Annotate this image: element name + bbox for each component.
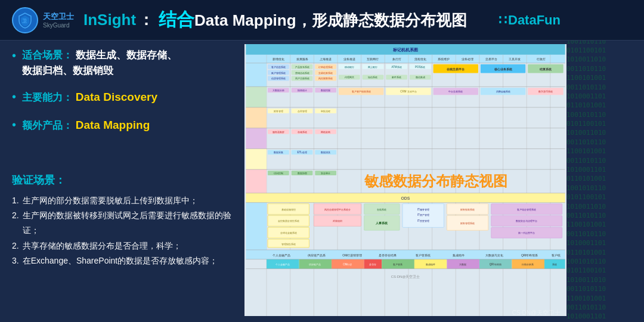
svg-text:卫: 卫 [22,18,27,24]
bullet-label-3: 额外产品： [22,120,73,131]
svg-text:财务管理系统: 财务管理系统 [460,222,475,225]
svg-text:账户管理系统: 账户管理系统 [271,72,286,75]
svg-text:存储系统: 存储系统 [298,131,307,134]
svg-text:新一代运营平台: 新一代运营平台 [518,231,535,234]
svg-text:交易结算系统: 交易结算系统 [318,72,333,75]
svg-rect-40 [246,169,267,193]
svg-text:POS系统: POS系统 [415,66,425,69]
svg-text:客户信息系统: 客户信息系统 [271,66,286,69]
svg-text:集成组件: 集成组件 [426,263,435,266]
bg-numbers: 1100101001001101011010100011010110101001… [566,0,638,322]
svg-text:大数据与文化: 大数据与文化 [485,253,503,257]
svg-text:数据加密: 数据加密 [298,172,307,175]
svg-text:互联网行: 互联网行 [367,57,379,61]
svg-text:是否存: 是否存 [369,263,376,266]
verification-list: 1. 生产网的部分数据需要脱敏后上传到数据库中； 2. 生产网的数据被转移到测试… [12,193,239,268]
logo-text: 天空卫士 SkyGuard [43,11,74,29]
header-subtitle: 结合Data Mapping，形成静态数据分布视图 [159,8,466,32]
svg-rect-30 [246,63,267,87]
svg-text:发展服务: 发展服务 [296,57,308,61]
bullet-text-3: 额外产品： Data Mapping [22,117,150,134]
svg-text:基础设施管控: 基础设施管控 [281,208,296,211]
verification-item-4: 3. 在Exchange、SharePoint的数据是否存放敏感内容； [12,253,239,268]
svg-text:交易平台: 交易平台 [485,57,497,61]
svg-text:CRM 互动平台: CRM 互动平台 [400,90,416,93]
verification-title: 验证场景： [12,173,239,187]
svg-text:金控集团全管控系统: 金控集团全管控系统 [278,219,299,222]
bullet-scene: • 适合场景： 数据生成、数据存储、数据归档、数据销毁 [12,48,239,78]
svg-text:安全审计: 安全审计 [321,172,330,175]
svg-text:风控合规管理平台系统分: 风控合规管理平台系统分 [324,208,351,211]
svg-text:系统: 系统 [552,263,557,266]
bullet-text-2: 主要能力： Data Discovery [22,89,157,106]
svg-text:IT变更管理: IT变更管理 [417,219,429,222]
svg-text:是否存在结果: 是否存在结果 [379,253,397,257]
logo-sub: SkyGuard [43,22,74,29]
bullet-value-2: Data Discovery [76,91,157,103]
svg-text:结算系统: 结算系统 [540,67,552,71]
svg-text:客户统: 客户统 [552,253,561,257]
svg-text:客户管系: 客户管系 [393,263,402,266]
svg-text:执行打: 执行打 [392,57,401,61]
subtitle-keyword: 结合 [159,10,194,29]
svg-text:数据采集: 数据采集 [274,151,283,154]
svg-text:敏感数据分布静态视图: 敏感数据分布静态视图 [364,173,507,189]
bullet-label-2: 主要能力： [22,92,73,103]
svg-text:订单处理系统: 订单处理系统 [318,66,333,69]
svg-text:风控预警系统: 风控预警系统 [318,77,333,80]
svg-text:信贷管理系统: 信贷管理系统 [271,77,286,80]
svg-rect-44 [246,203,267,250]
svg-text:行情分析系: 行情分析系 [522,263,534,266]
svg-text:ETL处理: ETL处理 [297,151,306,154]
svg-text:管理报告系统: 管理报告系统 [281,243,296,246]
svg-text:人事系统: 人事系统 [375,221,388,225]
logo-name: 天空卫士 [43,11,74,22]
svg-text:网上银行: 网上银行 [368,66,377,69]
bullet-dot-2: • [12,90,16,104]
bullet-text-1: 适合场景： 数据生成、数据存储、数据归档、数据销毁 [22,48,177,78]
svg-text:大数据: 大数据 [459,263,466,266]
svg-text:QRl年终情系: QRl年终情系 [521,253,538,257]
svg-rect-32 [246,86,267,107]
svg-text:行政打: 行政打 [537,57,546,61]
svg-text:访问控制: 访问控制 [274,172,283,175]
svg-text:ATM系统: ATM系统 [392,66,402,69]
svg-text:OM行进情管理: OM行进情管理 [342,253,362,257]
svg-text:用户注册系统: 用户注册系统 [295,77,309,80]
svg-text:系统维护: 系统维护 [438,57,450,61]
svg-text:数据安全与治理平台: 数据安全与治理平台 [516,219,537,222]
svg-text:财务管理: 财务管理 [274,110,283,113]
verification-item-2: 2. 生产网的数据被转移到测试网之后需要进行敏感数据的验证； [12,208,239,238]
logo-area: 卫 天空卫士 SkyGuard [12,7,74,33]
bullet-value-3: Data Mapping [76,119,150,131]
header: 卫 天空卫士 SkyGuard InSight ： 结合Data Mapping… [0,0,644,41]
svg-text:个人金融产品: 个人金融产品 [275,263,290,266]
svg-text:服务器集群: 服务器集群 [273,131,284,134]
svg-text:个人金融产品: 个人金融产品 [273,253,290,257]
svg-rect-34 [246,107,267,128]
svg-text:合同管理: 合同管理 [298,110,307,113]
svg-text:供应链产品系: 供应链产品系 [308,253,326,257]
svg-text:在线交易平台: 在线交易平台 [446,67,465,71]
svg-text:移动银行: 移动银行 [345,66,354,69]
svg-text:客户管系统: 客户管系统 [416,253,431,257]
svg-rect-46 [246,250,565,259]
svg-text:工具开发: 工具开发 [509,58,521,61]
svg-text:微信集成: 微信集成 [416,76,425,79]
svg-text:产品发布系统: 产品发布系统 [295,66,309,69]
svg-text:大数据分析: 大数据分析 [273,89,284,92]
svg-text:上海推进: 上海推进 [320,57,332,61]
verification-item-3: 2. 共享存储的敏感数据分布是否合理，科学； [12,239,239,253]
svg-rect-38 [246,148,267,169]
svg-text:全球化金融系统: 全球化金融系统 [280,231,297,234]
svg-text:在线系统: 在线系统 [377,208,386,211]
diagram-area: 标记机机系图 新增优化 发展服务 上海推进 业务推进 互联网行 执行打 流程优化… [244,44,566,316]
datafun-logo: ∷DataFun [499,13,561,28]
bullet-extra: • 额外产品： Data Mapping [12,117,239,134]
svg-text:客户综合管理系统: 客户综合管理系统 [517,208,536,211]
verification-section: 验证场景： 1. 生产网的部分数据需要脱敏后上传到数据库中； 2. 生产网的数据… [12,173,239,268]
svg-text:短信系统: 短信系统 [368,76,377,79]
verification-item-1: 1. 生产网的部分数据需要脱敏后上传到数据库中； [12,193,239,208]
svg-text:财务报表系统: 财务报表系统 [460,208,475,211]
svg-text:流程优化: 流程优化 [414,57,426,61]
